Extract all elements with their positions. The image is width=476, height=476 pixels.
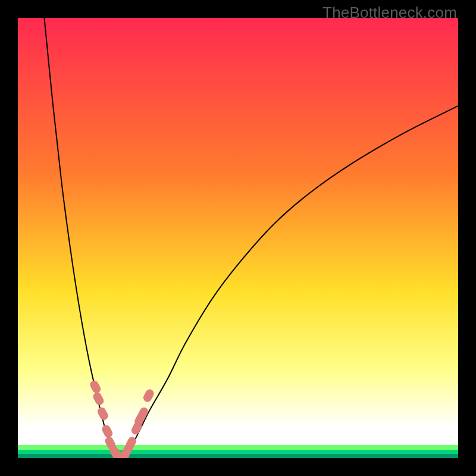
watermark-text: TheBottleneck.com — [322, 4, 457, 22]
bottleneck-curve — [18, 18, 458, 458]
marker-base — [115, 453, 129, 458]
marker-blob — [101, 424, 114, 439]
marker-blob — [96, 406, 109, 421]
marker-blob — [92, 391, 105, 406]
curve-left-branch — [44, 18, 119, 458]
plot-area — [18, 18, 458, 458]
curve-right-branch — [124, 106, 458, 458]
marker-blob — [142, 388, 155, 403]
marker-blob — [89, 379, 102, 394]
chart-frame: TheBottleneck.com — [0, 0, 476, 476]
